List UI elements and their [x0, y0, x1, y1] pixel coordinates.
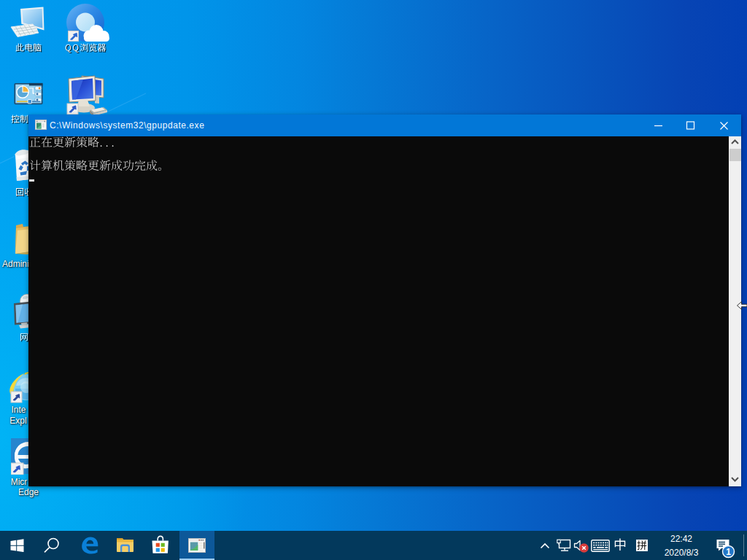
svg-text:1: 1 [726, 547, 731, 557]
